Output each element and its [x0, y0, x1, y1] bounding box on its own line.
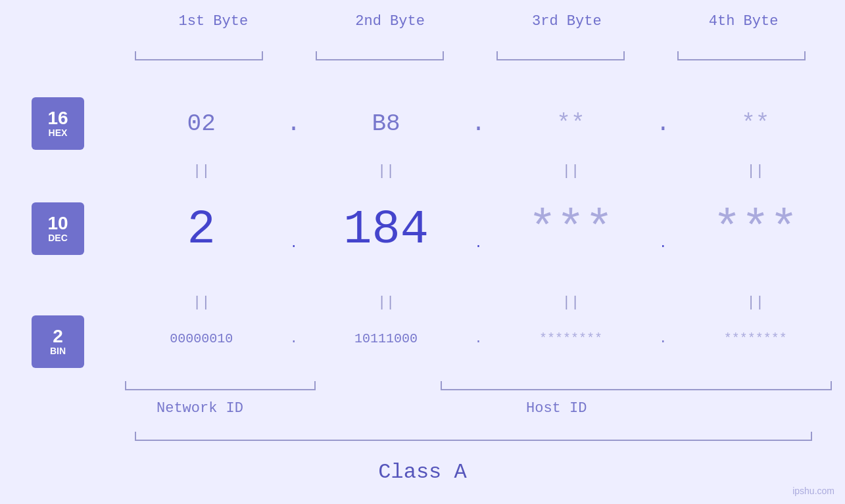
- network-id-label: Network ID: [157, 400, 243, 417]
- bracket-line-3: [496, 59, 625, 60]
- network-id-bracket: [125, 389, 316, 390]
- bottom-bracket-container: [125, 381, 832, 390]
- bin-byte2: 10111000: [310, 331, 462, 346]
- bin-byte3: ********: [495, 331, 647, 346]
- byte4-header: 4th Byte: [665, 13, 823, 30]
- equals-top-row: || || || ||: [125, 163, 832, 179]
- dec-dot2: .: [462, 236, 494, 251]
- eq-bot-1: ||: [125, 294, 278, 311]
- dec-number: 10: [47, 214, 68, 233]
- hex-values-row: 02 . B8 . ** . **: [125, 97, 832, 150]
- bin-base-label: 2 BIN: [32, 315, 84, 368]
- eq-top-2: ||: [310, 163, 462, 179]
- bin-byte4: ********: [679, 331, 832, 346]
- class-bracket-left: [135, 432, 136, 441]
- bv2r: [443, 51, 444, 59]
- class-bracket-right: [811, 432, 812, 441]
- eq-top-3: ||: [495, 163, 647, 179]
- bin-dot3: .: [647, 331, 679, 346]
- eq-bot-4: ||: [679, 294, 832, 311]
- bv3l: [496, 51, 498, 59]
- hex-number: 16: [47, 109, 68, 127]
- dec-dot3: .: [647, 236, 679, 251]
- eq-bot-3: ||: [495, 294, 647, 311]
- dec-name: DEC: [48, 233, 68, 243]
- hex-base-label: 16 HEX: [32, 97, 84, 150]
- equals-bot-row: || || || ||: [125, 294, 832, 311]
- bin-values-row: 00000010 . 10111000 . ******** . *******…: [125, 315, 832, 361]
- eq-bot-2: ||: [310, 294, 462, 311]
- hex-name: HEX: [49, 127, 68, 138]
- bin-dot1: .: [278, 331, 309, 346]
- bin-dot2: .: [462, 331, 494, 346]
- hex-byte1: 02: [125, 110, 278, 137]
- host-id-bracket-left: [441, 381, 442, 390]
- bin-byte1: 00000010: [125, 331, 278, 346]
- dec-byte3: ***: [495, 206, 647, 254]
- bracket-line-1: [135, 59, 263, 60]
- dec-byte4: ***: [679, 206, 832, 254]
- bv3r: [623, 51, 625, 59]
- hex-dot3: .: [647, 110, 679, 137]
- bracket-line-2: [316, 59, 444, 60]
- hex-dot2: .: [462, 110, 494, 137]
- bin-name: BIN: [50, 346, 66, 356]
- main-container: 1st Byte 2nd Byte 3rd Byte 4th Byte 16 H…: [0, 0, 845, 504]
- host-id-bracket: [441, 389, 832, 390]
- byte3-header: 3rd Byte: [488, 13, 646, 30]
- bin-number: 2: [53, 327, 63, 346]
- dec-dot1: .: [278, 236, 309, 251]
- hex-byte4: **: [679, 110, 832, 137]
- net-id-bracket-right: [314, 381, 316, 390]
- bv4l: [677, 51, 679, 59]
- watermark: ipshu.com: [792, 486, 834, 496]
- host-id-label: Host ID: [526, 400, 587, 417]
- dec-byte1: 2: [125, 206, 278, 254]
- net-id-bracket-left: [125, 381, 126, 390]
- bv4r: [804, 51, 806, 59]
- dec-base-label: 10 DEC: [32, 202, 84, 255]
- bv1r: [262, 51, 263, 59]
- class-a-label: Class A: [0, 460, 845, 484]
- host-id-bracket-right: [831, 381, 832, 390]
- hex-byte2: B8: [310, 110, 462, 137]
- hex-byte3: **: [495, 110, 647, 137]
- byte2-header: 2nd Byte: [311, 13, 469, 30]
- dec-values-row: 2 . 184 . *** . ***: [125, 194, 832, 266]
- dec-byte2: 184: [310, 206, 462, 254]
- class-bracket-line: [135, 440, 812, 441]
- hex-dot1: .: [278, 110, 309, 137]
- bv1l: [135, 51, 136, 59]
- byte1-header: 1st Byte: [134, 13, 292, 30]
- bv2l: [316, 51, 317, 59]
- eq-top-1: ||: [125, 163, 278, 179]
- eq-top-4: ||: [679, 163, 832, 179]
- bracket-line-4: [677, 59, 806, 60]
- headers-row: 1st Byte 2nd Byte 3rd Byte 4th Byte: [125, 13, 832, 30]
